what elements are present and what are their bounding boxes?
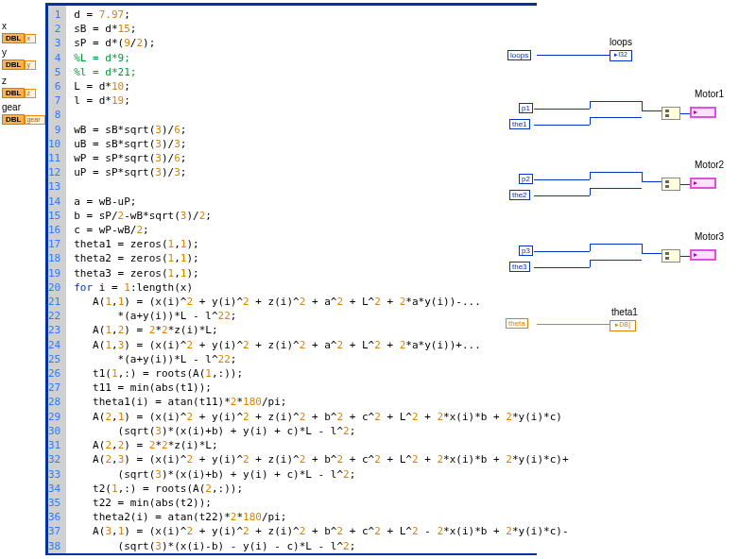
wire xyxy=(534,125,590,126)
wire xyxy=(590,260,591,267)
tunnel-p1: p1 xyxy=(519,103,533,113)
dbl-icon: DBL xyxy=(2,33,25,43)
label-motor1: Motor1 xyxy=(695,89,724,99)
tunnel-the1: the1 xyxy=(509,119,530,129)
wire xyxy=(590,117,591,125)
tunnel-p3: p3 xyxy=(519,246,533,256)
code-text[interactable]: d = 7.97;sB = d*15;sP = d*(9/2);%L = d*9… xyxy=(66,6,568,553)
wire xyxy=(534,195,590,196)
wire xyxy=(590,101,642,102)
input-gear: gear DBLgear xyxy=(2,102,45,125)
wire xyxy=(534,179,590,180)
wire xyxy=(590,188,642,189)
label-gear: gear xyxy=(2,102,45,112)
pin-gear: gear xyxy=(25,115,45,125)
input-z: z DBLz xyxy=(2,76,36,98)
wire xyxy=(534,267,590,268)
dbl-icon: DBL xyxy=(2,88,25,98)
label-loops-out: loops xyxy=(610,37,632,47)
theta1-indicator xyxy=(610,320,636,331)
wire xyxy=(590,117,642,118)
pin-x: x xyxy=(25,34,36,43)
wire xyxy=(642,172,643,181)
wire xyxy=(680,113,690,114)
wire xyxy=(590,260,642,261)
motor3-indicator xyxy=(690,249,716,261)
bundle-node xyxy=(662,249,680,263)
wire xyxy=(680,256,690,257)
label-y: y xyxy=(2,47,36,58)
wire xyxy=(537,55,610,56)
bundle-node xyxy=(662,178,680,191)
motor2-indicator xyxy=(690,178,716,189)
pin-z: z xyxy=(25,89,36,98)
tunnel-loops: loops xyxy=(507,50,531,60)
tunnel-the2: the2 xyxy=(509,190,530,200)
line-gutter: 1234567891011121314151617181920212223242… xyxy=(48,6,66,553)
input-y: y DBLy xyxy=(2,47,36,70)
wire xyxy=(590,172,642,173)
code-area: 1234567891011121314151617181920212223242… xyxy=(48,6,534,553)
wire xyxy=(642,244,643,253)
wire xyxy=(534,251,590,252)
label-motor2: Motor2 xyxy=(695,160,724,170)
wire xyxy=(534,109,590,110)
label-theta1-out: theta1 xyxy=(611,307,638,317)
mathscript-node[interactable]: 1234567891011121314151617181920212223242… xyxy=(45,3,537,555)
loops-indicator xyxy=(610,50,632,61)
dbl-icon: DBL xyxy=(2,59,25,70)
wire xyxy=(642,181,662,182)
label-z: z xyxy=(2,76,36,86)
wire xyxy=(642,110,662,111)
bundle-node xyxy=(662,107,680,120)
wire xyxy=(642,101,643,110)
wire xyxy=(590,188,591,195)
tunnel-theta: theta xyxy=(506,318,528,329)
tunnel-p2: p2 xyxy=(519,174,533,184)
wire xyxy=(590,101,591,109)
pin-y: y xyxy=(25,60,36,70)
wire xyxy=(537,324,610,325)
wire xyxy=(590,244,642,245)
wire xyxy=(590,172,591,179)
dbl-icon: DBL xyxy=(2,114,25,125)
wire xyxy=(642,253,662,254)
wire xyxy=(680,184,690,185)
label-motor3: Motor3 xyxy=(695,231,724,242)
label-x: x xyxy=(2,21,36,31)
motor1-indicator xyxy=(690,107,716,118)
tunnel-the3: the3 xyxy=(509,262,530,272)
input-x: x DBLx xyxy=(2,21,36,43)
wire xyxy=(590,244,591,251)
